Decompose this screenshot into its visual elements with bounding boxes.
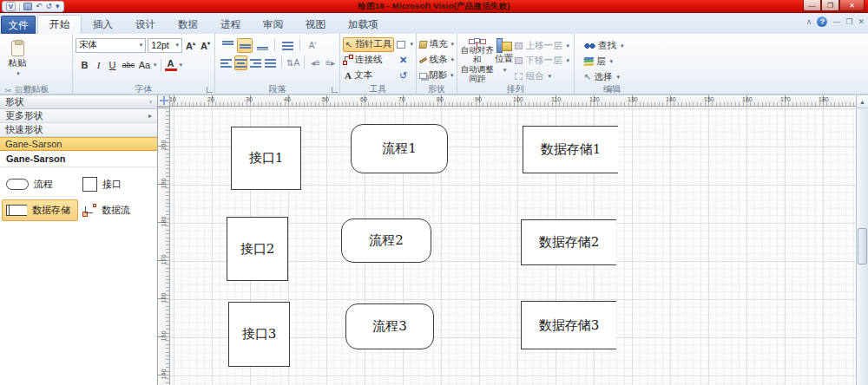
case-dropdown-icon[interactable]: ▾ [154, 62, 157, 69]
layers-dropdown-icon[interactable]: ▾ [610, 58, 614, 65]
shadow-dropdown-icon[interactable]: ▾ [450, 72, 454, 79]
line-button[interactable]: 线条 ▾ [419, 52, 454, 68]
align-top-button[interactable] [220, 38, 235, 53]
close-button[interactable]: ✕ [839, 0, 865, 11]
paragraph-dialog-launcher-icon[interactable] [332, 87, 338, 93]
doc-minimize-icon[interactable]: — [832, 17, 840, 26]
maximize-button[interactable]: ❐ [821, 0, 839, 11]
italic-button[interactable]: I [92, 60, 105, 70]
fill-button[interactable]: 填充 ▾ [419, 36, 454, 52]
group-button[interactable]: 组合 ▾ [513, 69, 571, 83]
shadow-button[interactable]: 阴影 ▾ [419, 68, 454, 83]
font-dialog-launcher-icon[interactable] [207, 87, 213, 93]
rectangle-tool-icon[interactable] [397, 41, 405, 49]
connection-point-icon[interactable]: ✕ [399, 55, 407, 66]
position-button[interactable]: 位置 ▾ [495, 36, 514, 83]
rectangle-tool-dropdown-icon[interactable]: ▾ [410, 41, 413, 48]
doc-restore-icon[interactable]: ❐ [845, 17, 852, 26]
select-button[interactable]: ↖ 选择 ▾ [582, 69, 647, 84]
text-block-button[interactable]: Aʹ [305, 38, 320, 53]
tab-加载项[interactable]: 加载项 [337, 15, 390, 34]
align-bottom-button[interactable] [254, 38, 270, 53]
help-icon[interactable]: ? [817, 16, 827, 27]
minimize-ribbon-icon[interactable]: ∧ [806, 17, 812, 26]
font-size-dropdown-icon[interactable]: ▾ [176, 42, 180, 49]
tab-视图[interactable]: 视图 [294, 15, 337, 34]
h-ruler-number: 120 [589, 96, 600, 102]
diagram-shape-接口2[interactable]: 接口2 [227, 217, 288, 281]
paste-button[interactable]: 粘贴 ▾ [3, 36, 32, 82]
align-left-button[interactable] [220, 55, 233, 70]
layers-icon [584, 57, 594, 66]
vertical-scrollbar[interactable]: ▲ [856, 95, 868, 385]
bold-button[interactable]: B [78, 60, 91, 70]
more-shapes-row[interactable]: 更多形状 ▸ [0, 109, 157, 123]
stencil-item-流程[interactable]: 流程 [2, 173, 78, 196]
stencil-item-接口[interactable]: 接口 [78, 173, 155, 196]
align-middle-button[interactable] [237, 38, 253, 53]
line-dropdown-icon[interactable]: ▾ [450, 56, 454, 63]
collapse-panel-icon[interactable]: ‹ [149, 98, 152, 106]
tab-数据[interactable]: 数据 [167, 15, 209, 34]
change-case-button[interactable]: Aa [138, 60, 151, 70]
diagram-shape-接口3[interactable]: 接口3 [228, 302, 290, 367]
tab-审阅[interactable]: 审阅 [252, 15, 294, 34]
align-center-button[interactable] [234, 55, 247, 70]
auto-align-button[interactable]: 自动对齐和 自动调整间距 [460, 36, 495, 83]
stencil-item-数据流[interactable]: 数据流 [78, 199, 155, 221]
tab-进程[interactable]: 进程 [209, 15, 252, 34]
connector-tool-button[interactable]: 连接线 [343, 53, 397, 68]
shrink-font-button[interactable]: A▾ [199, 40, 212, 51]
font-size-combo[interactable]: 12pt ▾ [148, 38, 182, 53]
tab-设计[interactable]: 设计 [124, 15, 167, 34]
h-ruler-number: 180 [819, 96, 829, 102]
scroll-up-icon[interactable]: ▲ [857, 95, 868, 108]
diagram-shape-数据存储3[interactable]: 数据存储3 [521, 301, 616, 349]
find-dropdown-icon[interactable]: ▾ [621, 42, 624, 49]
doc-close-icon[interactable]: ✕ [858, 17, 865, 26]
stencil-tab-label: Gane-Sarson [5, 139, 62, 149]
v-ruler-number: 180 [161, 216, 167, 227]
diagram-shape-接口1[interactable]: 接口1 [231, 127, 301, 190]
tab-开始[interactable]: 开始 [37, 15, 82, 34]
rotate-tool-icon[interactable]: ↺ [399, 70, 407, 82]
send-backward-button[interactable]: 下移一层 ▾ [513, 54, 571, 68]
stencil-tab-gane-sarson[interactable]: Gane-Sarson [0, 137, 157, 151]
tab-file[interactable]: 文件 [1, 16, 36, 34]
scrollbar-thumb[interactable] [858, 228, 867, 264]
justify-button[interactable] [264, 55, 277, 70]
text-direction-button[interactable]: ⇅A [286, 55, 299, 70]
diagram-shape-流程2[interactable]: 流程2 [341, 219, 431, 263]
layers-button[interactable]: 层 ▾ [582, 54, 647, 69]
position-dropdown-icon[interactable]: ▾ [503, 67, 507, 74]
text-tool-button[interactable]: A 文本 [343, 69, 397, 83]
diagram-shape-流程3[interactable]: 流程3 [345, 303, 434, 349]
diagram-shape-数据存储1[interactable]: 数据存储1 [523, 126, 618, 173]
quick-shapes-row[interactable]: 快速形状 [0, 123, 157, 137]
strikethrough-button[interactable]: abc [120, 61, 137, 69]
minimize-button[interactable]: — [803, 0, 821, 11]
align-right-button[interactable] [249, 55, 262, 70]
drawing-canvas[interactable]: 接口1流程1数据存储1接口2流程2数据存储2接口3流程3数据存储3 [170, 107, 856, 385]
bullets-button[interactable] [279, 38, 295, 53]
pointer-tool-button[interactable]: ↖ 指针工具 [343, 37, 394, 52]
bring-forward-button[interactable]: 上移一层 ▾ [513, 39, 571, 53]
decrease-indent-button[interactable]: ◂≡ [309, 55, 322, 70]
font-color-button[interactable]: A [165, 59, 177, 71]
paste-dropdown-icon[interactable]: ▾ [16, 70, 20, 77]
fill-dropdown-icon[interactable]: ▾ [450, 41, 454, 48]
increase-indent-button[interactable]: ≡▸ [324, 55, 337, 70]
group-editing: 查找 ▾ 层 ▾ ↖ 选择 ▾ 编辑 [575, 34, 649, 94]
diagram-shape-数据存储2[interactable]: 数据存储2 [521, 219, 616, 265]
tab-插入[interactable]: 插入 [82, 15, 124, 34]
diagram-shape-流程1[interactable]: 流程1 [351, 124, 448, 173]
grow-font-button[interactable]: A▴ [184, 40, 197, 51]
select-dropdown-icon[interactable]: ▾ [616, 74, 620, 81]
underline-button[interactable]: U [106, 60, 119, 70]
font-family-combo[interactable]: 宋体 ▾ [76, 38, 146, 53]
align-middle-icon [240, 41, 251, 50]
stencil-item-数据存储[interactable]: 数据存储 [2, 199, 78, 221]
find-button[interactable]: 查找 ▾ [582, 38, 647, 53]
font-color-dropdown-icon[interactable]: ▾ [180, 62, 183, 69]
font-family-dropdown-icon[interactable]: ▾ [140, 42, 143, 49]
